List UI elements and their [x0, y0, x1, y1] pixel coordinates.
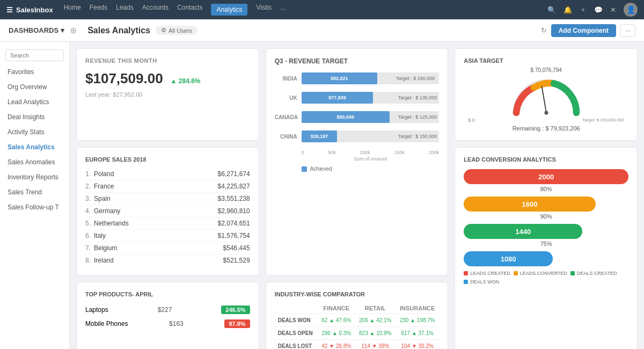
nav-home[interactable]: Home [64, 4, 81, 16]
legend-dot-orange [514, 271, 518, 275]
product-badge-laptops: 246.5% [221, 306, 250, 314]
lead-legend: LEADS CREATED LEADS CONVERTED DEALS CREA… [464, 271, 628, 285]
lead-bar-row-4: 1080 [464, 251, 628, 266]
nav-more[interactable]: ... [280, 4, 286, 16]
uk-label: UK [275, 95, 297, 101]
sidebar-item-sales-followup[interactable]: Sales Follow-up T [0, 200, 69, 215]
top-products-card: TOP PRODUCTS- APRIL Laptops $227 246.5% … [76, 282, 259, 349]
dashboards-button[interactable]: DASHBOARDS ▾ [9, 26, 64, 34]
deals-won-finance: 62 ▲ 47.6% [318, 314, 355, 327]
col-finance: FINANCE [318, 303, 355, 314]
list-item: 4.Germany $2,960,810 [85, 205, 250, 217]
china-label: CHINA [275, 134, 297, 140]
list-item: 1.Poland $6,271,674 [85, 168, 250, 180]
nav-menu: Home Feeds Leads Accounts Contacts Analy… [64, 4, 286, 16]
legend-dot-red [464, 271, 468, 275]
industry-card-title: INDUSTRY-WISE COMPARATOR [275, 291, 440, 297]
legend-leads-converted: LEADS CONVERTED [514, 271, 567, 276]
sidebar-item-activity-stats[interactable]: Activity Stats [0, 125, 69, 140]
deals-open-insurance: 617 ▲ 37.1% [396, 327, 439, 340]
sidebar-item-org-overview[interactable]: Org Overview [0, 79, 69, 94]
deals-won-insurance: 230 ▲ 198.7% [396, 314, 439, 327]
lead-bar-red: 2000 [464, 169, 628, 184]
legend-deals-created: DEALS CREATED [570, 271, 617, 276]
axis-labels: 0 50k 100k 150k 200k [302, 150, 440, 155]
close-icon[interactable]: ✕ [610, 6, 616, 14]
asia-target-card: ASIA TARGET $ 70,076,794 $ [455, 48, 638, 141]
canada-target: Target : $ 125,000 [398, 114, 440, 120]
gauge-container: $ 70,076,794 $ 0 Target: $ 150,0 [464, 67, 628, 132]
china-bar-container: $39,187 Target : $ 150,000 [302, 130, 440, 142]
brand-name: SalesInbox [16, 6, 53, 14]
europe-card-title: EUROPE SALES 2018 [85, 156, 250, 163]
lead-bar-orange: 1600 [464, 197, 595, 212]
nav-accounts[interactable]: Accounts [142, 4, 169, 16]
legend-dot-green [570, 271, 575, 275]
nav-analytics[interactable]: Analytics [211, 4, 247, 16]
bell-icon[interactable]: 🔔 [564, 6, 572, 14]
india-target: Target : $ 150,000 [396, 76, 435, 81]
product-row-laptops: Laptops $227 246.5% [85, 303, 250, 317]
q3-revenue-target-card: Q3 - REVENUE TARGET INDIA $82,821 Target… [266, 48, 449, 275]
sidebar-item-inventory-reports[interactable]: Inventory Reports [0, 170, 69, 185]
gauge-remaining: Remaining : $ 79,923,206 [513, 125, 580, 132]
deals-won-retail: 206 ▲ 42.1% [355, 314, 396, 327]
axis-title: Sum of Amount [302, 156, 440, 162]
list-item: 5.Netherlands $2,074,651 [85, 217, 250, 230]
uk-bar: $77,839 [302, 92, 373, 104]
nav-contacts[interactable]: Contacts [177, 4, 202, 16]
chevron-down-icon: ▾ [61, 26, 64, 34]
sidebar-item-sales-trend[interactable]: Sales Trend [0, 185, 69, 200]
brand-logo[interactable]: ☰ SalesInbox [6, 6, 53, 14]
legend-deals-won: DEALS WON [464, 279, 499, 285]
add-component-button[interactable]: Add Component [551, 24, 616, 37]
deals-open-label: DEALS OPEN [275, 327, 318, 340]
col-insurance: INSURANCE [396, 303, 439, 314]
avatar[interactable]: 👤 [624, 3, 638, 17]
sidebar-item-sales-anomalies[interactable]: Sales Anomalies [0, 155, 69, 170]
nav-leads[interactable]: Leads [116, 4, 134, 16]
nav-feeds[interactable]: Feeds [90, 4, 107, 16]
dashboard-content: REVENUE THIS MONTH $107,509.00 ▲ 284.6% … [70, 42, 644, 349]
bar-row-canada: CANADA $80,698 Target : $ 125,000 [275, 111, 440, 123]
chat-icon[interactable]: 💬 [594, 6, 603, 14]
uk-target: Target : $ 135,000 [398, 95, 440, 100]
q3-card-title: Q3 - REVENUE TARGET [275, 57, 440, 65]
china-bar: $39,187 [302, 130, 338, 142]
list-item: 7.Belgium $546,445 [85, 242, 250, 255]
menu-icon[interactable]: ☰ [6, 6, 13, 14]
sidebar-item-sales-analytics[interactable]: Sales Analytics [0, 140, 69, 155]
all-users-tag[interactable]: ⚙ All Users [156, 26, 197, 35]
list-item: 8.Ireland $521,529 [85, 255, 250, 266]
sidebar-item-lead-analytics[interactable]: Lead Analytics [0, 94, 69, 110]
refresh-icon[interactable]: ↻ [541, 26, 547, 34]
search-input[interactable] [5, 49, 64, 61]
add-icon[interactable]: ＋ [580, 5, 587, 14]
india-bar: $82,821 [302, 72, 377, 84]
india-label: INDIA [275, 76, 297, 82]
revenue-card-title: REVENUE THIS MONTH [85, 57, 250, 64]
right-actions: ↻ Add Component ··· [541, 24, 635, 37]
bar-row-uk: UK $77,839 Target : $ 135,000 [275, 92, 440, 104]
sidebar-search-container [0, 46, 69, 64]
europe-list: 1.Poland $6,271,674 2.France $4,225,827 … [85, 168, 250, 266]
page-title: Sales Analytics [87, 26, 150, 35]
lead-bar-blue: 1080 [464, 251, 553, 266]
product-row-mobile: Mobile Phones $163 97.8% [85, 317, 250, 331]
list-item: 6.Italy $1,576,754 [85, 230, 250, 242]
sidebar-item-favorites[interactable]: Favorites [0, 64, 69, 79]
europe-sales-card: EUROPE SALES 2018 1.Poland $6,271,674 2.… [76, 147, 259, 275]
lead-conversion-card: LEAD CONVERSION ANALYTICS 2000 80% 1600 … [455, 147, 638, 349]
nav-visits[interactable]: Visits [256, 4, 271, 16]
plus-icon[interactable]: ⊕ [70, 25, 77, 35]
sidebar-item-deal-insights[interactable]: Deal Insights [0, 110, 69, 125]
table-row: DEALS OPEN 296 ▲ 0.3% 823 ▲ 10.9% 617 ▲ … [275, 327, 440, 340]
list-item: 2.France $4,225,827 [85, 180, 250, 193]
nav-right-actions: 🔍 🔔 ＋ 💬 ✕ 👤 [547, 3, 638, 17]
more-options-button[interactable]: ··· [620, 24, 635, 37]
deals-lost-label: DEALS LOST [275, 340, 318, 350]
deals-lost-retail: 114 ▼ 38% [355, 340, 396, 350]
lead-bar-row-2: 1600 90% [464, 197, 628, 220]
industry-comparator-card: INDUSTRY-WISE COMPARATOR FINANCE RETAIL … [266, 282, 449, 349]
search-icon[interactable]: 🔍 [547, 6, 556, 14]
